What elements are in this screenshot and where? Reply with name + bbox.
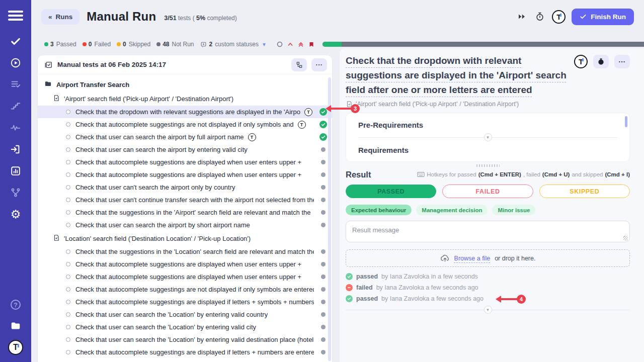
projects-folder-icon[interactable] [9,319,23,333]
detail-more-button[interactable]: ... [614,55,630,68]
test-title[interactable]: Check that the dropdown with relevant su… [346,53,573,97]
test-row[interactable]: Check that autocomplete suggestings are … [38,118,332,131]
test-row[interactable]: Check that the suggestions in the 'Airpo… [38,206,332,219]
textarea-resize-handle[interactable] [623,236,628,240]
test-row[interactable]: Check that user can search the airport b… [38,143,332,156]
test-title: Check that autocomplete suggestions are … [75,273,301,281]
profile-avatar[interactable]: T [8,340,23,355]
test-row[interactable]: Check that the dropdown with relevant su… [38,106,332,118]
test-radio-icon[interactable] [66,198,70,202]
test-radio-icon[interactable] [66,249,70,254]
status-notrun-icon [321,275,326,279]
severity-high-icon[interactable] [287,41,293,47]
fast-forward-icon[interactable] [516,11,528,23]
test-row[interactable]: Check that user can search the airport b… [38,131,332,143]
test-radio-icon[interactable] [66,223,70,227]
test-row[interactable]: Check that autocomplete suggestings are … [38,346,332,358]
test-logo: T [574,55,588,68]
branches-icon[interactable] [9,186,23,200]
test-row[interactable]: Check that autocomplete suggestions are … [38,258,332,270]
history-passed-icon [346,295,353,302]
result-tag[interactable]: Minor issue [492,205,535,215]
tree-more-button[interactable]: ... [311,58,327,71]
test-radio-icon[interactable] [66,147,70,152]
test-title: Check that user can't search the airport… [75,184,235,191]
browse-file-link[interactable]: Browse a file [454,255,491,262]
test-radio-icon[interactable] [66,122,70,127]
test-radio-icon[interactable] [66,287,70,292]
test-radio-icon[interactable] [66,210,70,215]
timer-button[interactable] [593,55,609,68]
history-toggle-icon[interactable]: ▼ [484,306,492,314]
app-root: ⚙ ? T «Runs Manual Run 3/51 tests ( 5% c… [0,0,644,362]
tree-view-button[interactable] [291,58,307,71]
collapse-toggle-icon[interactable]: ▼ [484,133,492,141]
test-radio-icon[interactable] [66,312,70,317]
test-row[interactable]: Check that user can search the 'Location… [38,308,332,321]
test-radio-icon[interactable] [66,172,70,177]
description-scrollbar[interactable] [625,116,627,127]
history-row: passedby Iana Zavoloka in a few seconds [346,272,630,281]
tree-scrollbar[interactable] [328,77,331,361]
test-radio-icon[interactable] [66,135,70,139]
sidebar: ⚙ ? T [0,0,31,362]
test-plans-icon[interactable] [9,77,23,92]
test-title: Check that autocomplete suggestions are … [75,260,301,268]
settings-gear-icon[interactable]: ⚙ [9,207,23,221]
result-tag[interactable]: Expected behaviour [346,205,412,215]
test-row[interactable]: Check that autocomplete suggestions are … [38,168,332,181]
back-to-runs-button[interactable]: «Runs [41,9,79,25]
test-row[interactable]: Check that autocomplete suggestions are … [38,270,332,283]
severity-normal-icon[interactable] [277,41,283,47]
runs-icon[interactable] [9,56,23,70]
timer-icon[interactable] [534,11,546,23]
result-message-input[interactable] [346,221,630,242]
suite-label: 'Location' search field ('Destination Lo… [64,235,251,242]
pulse-icon[interactable] [9,121,23,135]
custom-statuses[interactable]: 2custom statuses▼ [200,41,267,48]
test-row[interactable]: Check that user can search the 'Location… [38,321,332,333]
passed-button[interactable]: PASSED [346,185,436,198]
failed-button[interactable]: FAILED [442,185,533,198]
help-icon[interactable]: ? [9,298,23,312]
test-row[interactable]: Check that user can't continue transfer … [38,194,332,206]
steps-icon[interactable] [9,99,23,113]
resize-grip[interactable] [476,164,500,167]
tree-suite-row[interactable]: 'Airport' search field ('Pick-up Airport… [38,92,332,106]
test-row[interactable]: Check that autocomplete suggestings are … [38,283,332,296]
import-icon[interactable] [9,142,23,156]
skipped-button[interactable]: SKIPPED [539,185,630,198]
test-tree-panel: Manual tests at 06 Feb 2025 14:17 ... Ai… [38,55,332,362]
test-radio-icon[interactable] [66,110,70,114]
status-notrun-icon [321,249,326,254]
test-radio-icon[interactable] [66,300,70,304]
tree-suite-row[interactable]: 'Location' search field ('Destination Lo… [38,231,332,245]
test-radio-icon[interactable] [66,160,70,164]
file-dropzone[interactable]: Browse a file or drop it here. [346,249,630,267]
test-row[interactable]: Check that the suggestions in the 'Locat… [38,245,332,258]
tree-folder-row[interactable]: Airport Transfer Search [38,77,332,92]
testomat-logo[interactable]: T [552,10,566,24]
test-row[interactable]: Check that autocomplete suggestions are … [38,156,332,168]
test-row[interactable]: Check that user can't search the airport… [38,181,332,194]
history-status: failed [356,284,373,291]
test-radio-icon[interactable] [66,325,70,329]
menu-icon[interactable] [8,8,23,23]
analytics-icon[interactable] [9,164,23,178]
test-row[interactable]: Check that user can search the 'Location… [38,333,332,346]
finish-run-button[interactable]: Finish Run [572,9,634,25]
test-radio-icon[interactable] [66,262,70,266]
test-radio-icon[interactable] [66,350,70,354]
tests-icon[interactable] [9,34,23,48]
severity-blocker-icon[interactable] [308,41,314,48]
test-radio-icon[interactable] [66,337,70,342]
result-tag[interactable]: Management decision [416,205,488,215]
severity-critical-icon[interactable] [298,41,304,48]
test-radio-icon[interactable] [66,275,70,279]
test-row[interactable]: Check that user can search the airport b… [38,219,332,231]
test-radio-icon[interactable] [66,185,70,190]
statusbar: 3Passed 0Failed 0Skipped 48Not Run 2cust… [44,41,644,48]
test-title: Check that autocomplete suggestings are … [75,298,314,306]
suite-breadcrumb[interactable]: 'Airport' search field ('Pick-up Airport… [346,101,630,108]
test-row[interactable]: Check that autocomplete suggestings are … [38,296,332,308]
